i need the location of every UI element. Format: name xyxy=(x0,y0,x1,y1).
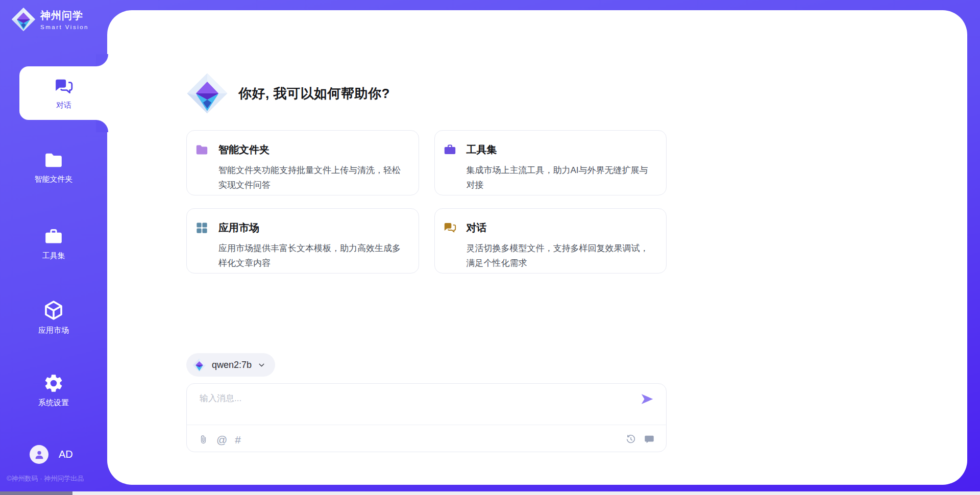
card-description: 灵活切换多模型文件，支持多样回复效果调试，满足个性化需求 xyxy=(467,241,652,270)
sidebar-item-label: 对话 xyxy=(56,101,71,110)
copyright-text: ©神州数码 · 神州问学出品 xyxy=(7,474,84,483)
greeting-text: 你好, 我可以如何帮助你? xyxy=(238,85,390,103)
cube-icon xyxy=(42,299,65,321)
sidebar-item-app-market[interactable]: 应用市场 xyxy=(0,299,107,335)
message-input[interactable] xyxy=(187,384,666,424)
history-button[interactable] xyxy=(625,434,636,445)
message-composer: @ # xyxy=(186,383,667,452)
sidebar-item-settings[interactable]: 系统设置 xyxy=(0,373,107,408)
comment-button[interactable] xyxy=(644,434,655,445)
folder-icon xyxy=(43,150,64,170)
user-profile[interactable]: AD xyxy=(30,445,73,464)
card-smart-folder[interactable]: 智能文件夹 智能文件夹功能支持批量文件上传与清洗，轻松实现文件问答 xyxy=(186,130,419,195)
gear-icon xyxy=(43,373,64,394)
scrollbar-thumb[interactable] xyxy=(0,491,72,495)
card-description: 集成市场上主流工具，助力AI与外界无缝扩展与对接 xyxy=(467,163,652,192)
greeting: 你好, 我可以如何帮助你? xyxy=(186,73,390,114)
sidebar-item-toolset[interactable]: 工具集 xyxy=(0,227,107,261)
sidebar-item-label: 工具集 xyxy=(42,251,65,261)
sidebar-item-label: 系统设置 xyxy=(38,398,69,408)
sidebar-item-label: 智能文件夹 xyxy=(35,175,73,184)
hash-icon: # xyxy=(235,434,241,445)
card-description: 智能文件夹功能支持批量文件上传与清洗，轻松实现文件问答 xyxy=(218,163,404,192)
card-chat[interactable]: 对话 灵活切换多模型文件，支持多样回复效果调试，满足个性化需求 xyxy=(434,208,667,274)
card-title: 对话 xyxy=(467,221,487,235)
card-description: 应用市场提供丰富长文本模板，助力高效生成多样化文章内容 xyxy=(218,241,404,270)
model-name: qwen2:7b xyxy=(212,360,252,370)
chat-icon xyxy=(443,221,457,235)
history-icon xyxy=(625,434,636,445)
model-diamond-icon xyxy=(192,358,206,372)
sidebar-item-label: 应用市场 xyxy=(38,326,69,335)
greeting-diamond-icon xyxy=(186,72,228,114)
model-selector[interactable]: qwen2:7b xyxy=(186,353,275,377)
card-title: 智能文件夹 xyxy=(218,143,270,157)
mention-icon: @ xyxy=(216,434,227,445)
brand-subtitle: Smart Vision xyxy=(40,24,89,30)
brand-logo[interactable]: 神州问学 Smart Vision xyxy=(11,7,89,32)
folder-icon xyxy=(195,143,209,157)
grid-icon xyxy=(195,221,209,235)
brand-diamond-icon xyxy=(11,7,36,32)
hash-button[interactable]: # xyxy=(235,434,241,445)
chevron-down-icon xyxy=(257,361,266,369)
card-title: 应用市场 xyxy=(218,221,259,235)
card-app-market[interactable]: 应用市场 应用市场提供丰富长文本模板，助力高效生成多样化文章内容 xyxy=(186,208,419,274)
send-icon xyxy=(640,391,655,407)
avatar xyxy=(30,445,48,464)
horizontal-scrollbar[interactable] xyxy=(0,491,980,495)
user-name: AD xyxy=(59,449,73,460)
mention-button[interactable]: @ xyxy=(216,434,227,445)
tab-fillet-top xyxy=(96,54,108,66)
sidebar-item-chat[interactable]: 对话 xyxy=(19,66,108,120)
feature-cards: 智能文件夹 智能文件夹功能支持批量文件上传与清洗，轻松实现文件问答 工具集 集成… xyxy=(186,130,667,274)
attach-button[interactable] xyxy=(198,434,209,445)
brand-name: 神州问学 xyxy=(40,9,89,22)
tab-fillet-bottom xyxy=(96,120,108,132)
comment-icon xyxy=(644,434,655,445)
toolbox-icon xyxy=(43,227,64,247)
send-button[interactable] xyxy=(640,391,655,407)
composer-divider xyxy=(187,425,666,425)
card-title: 工具集 xyxy=(467,143,497,157)
toolbox-icon xyxy=(443,143,457,157)
paperclip-icon xyxy=(198,434,209,445)
sidebar: 神州问学 Smart Vision 对话 智能文件夹 工具集 xyxy=(0,0,107,495)
chat-icon xyxy=(54,77,74,97)
sidebar-item-smart-folder[interactable]: 智能文件夹 xyxy=(0,150,107,184)
card-toolset[interactable]: 工具集 集成市场上主流工具，助力AI与外界无缝扩展与对接 xyxy=(434,130,667,195)
